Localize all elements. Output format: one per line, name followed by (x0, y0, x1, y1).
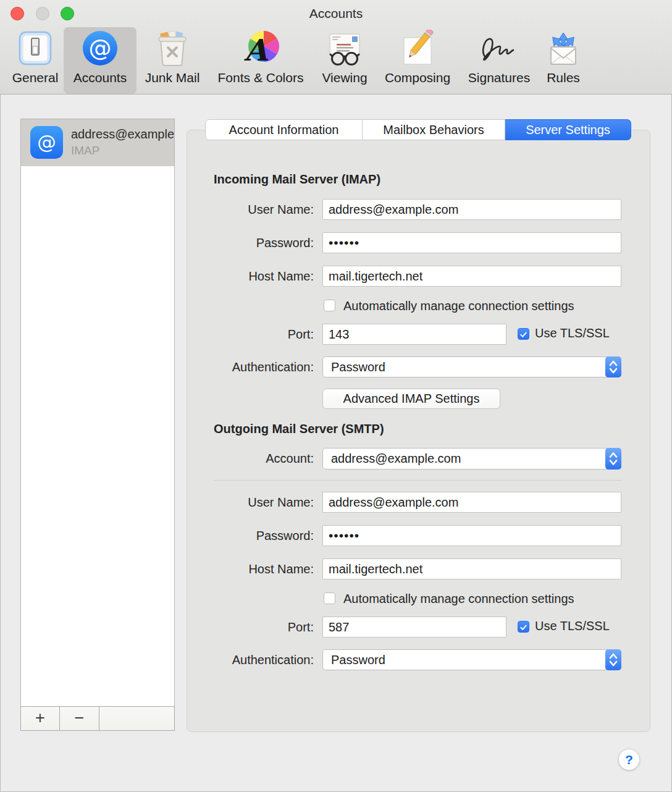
outgoing-port-label: Port: (187, 617, 314, 638)
incoming-port-label: Port: (187, 324, 314, 345)
incoming-tls-checkbox[interactable] (518, 328, 529, 340)
window-title: Accounts (0, 6, 672, 21)
svg-text:@: @ (37, 132, 56, 153)
rules-icon (544, 30, 583, 69)
fonts-colors-icon: A (241, 30, 280, 69)
outgoing-tls-checkbox[interactable] (518, 621, 529, 633)
outgoing-authentication-select[interactable]: Password (322, 649, 621, 670)
toolbar-label: Composing (378, 70, 457, 86)
tab-mailbox-behaviors[interactable]: Mailbox Behaviors (363, 119, 505, 140)
selected-option: address@example.com (331, 449, 461, 469)
outgoing-auto-manage-label: Automatically manage connection settings (343, 592, 574, 606)
incoming-authentication-select[interactable]: Password (322, 356, 621, 377)
outgoing-port-input[interactable] (322, 617, 506, 638)
incoming-authentication-label: Authentication: (187, 356, 314, 377)
general-icon (15, 30, 55, 69)
account-name: address@example.com (71, 127, 174, 141)
incoming-password-input[interactable] (322, 232, 621, 253)
toolbar-label: Junk Mail (140, 70, 205, 86)
accounts-sidebar: @ address@example.com IMAP + − (20, 119, 175, 731)
check-icon (519, 330, 528, 339)
advanced-imap-settings-button[interactable]: Advanced IMAP Settings (322, 389, 500, 409)
toolbar-item-viewing[interactable]: Viewing (316, 27, 373, 94)
toolbar-item-signatures[interactable]: Signatures (461, 27, 537, 94)
incoming-auto-manage-label: Automatically manage connection settings (343, 299, 574, 313)
viewing-icon (325, 30, 364, 69)
sidebar-action-bar: + − (20, 706, 175, 731)
outgoing-tls-label: Use TLS/SSL (535, 619, 610, 633)
outgoing-auto-manage-checkbox[interactable] (324, 592, 335, 604)
toolbar-item-general[interactable]: General (8, 27, 62, 94)
toolbar-label: General (8, 70, 62, 86)
toolbar-label: Viewing (316, 70, 373, 86)
selected-option: Password (331, 357, 385, 377)
at-badge-icon: @ (30, 126, 63, 159)
remove-account-button[interactable]: − (60, 707, 99, 730)
signatures-icon (479, 30, 519, 69)
incoming-user-name-label: User Name: (187, 199, 314, 220)
outgoing-password-input[interactable] (322, 525, 621, 546)
smtp-divider (214, 480, 622, 481)
check-icon (519, 623, 528, 632)
outgoing-user-name-input[interactable] (322, 492, 621, 513)
toolbar-label: Signatures (461, 70, 537, 86)
outgoing-host-name-input[interactable] (322, 558, 621, 579)
toolbar-item-fonts-colors[interactable]: A Fonts & Colors (210, 27, 311, 94)
outgoing-account-select[interactable]: address@example.com (322, 448, 621, 470)
toolbar-label: Accounts (64, 70, 136, 86)
svg-text:A: A (243, 33, 268, 67)
sidebar-action-spacer (99, 707, 174, 730)
toolbar-label: Rules (542, 70, 584, 86)
composing-icon (398, 30, 437, 69)
chevron-up-down-icon (605, 356, 621, 377)
outgoing-account-label: Account: (187, 448, 314, 469)
outgoing-authentication-label: Authentication: (187, 649, 314, 670)
chevron-up-down-icon (605, 448, 621, 470)
incoming-tls-label: Use TLS/SSL (535, 326, 610, 340)
selected-option: Password (331, 650, 385, 670)
incoming-password-label: Password: (187, 232, 314, 253)
account-list-item[interactable]: @ address@example.com IMAP (21, 119, 174, 166)
preferences-window: Accounts General @ Accounts (0, 0, 672, 792)
titlebar-toolbar: Accounts General @ Accounts (0, 0, 672, 95)
incoming-host-name-label: Host Name: (187, 266, 314, 287)
account-type: IMAP (71, 144, 99, 158)
outgoing-password-label: Password: (187, 525, 314, 546)
tab-server-settings[interactable]: Server Settings (505, 119, 631, 140)
svg-text:@: @ (89, 35, 112, 61)
outgoing-user-name-label: User Name: (187, 492, 314, 513)
incoming-port-input[interactable] (322, 324, 506, 345)
chevron-up-down-icon (605, 649, 621, 670)
tab-account-information[interactable]: Account Information (205, 119, 363, 140)
incoming-section-heading: Incoming Mail Server (IMAP) (214, 172, 380, 187)
help-button[interactable]: ? (618, 749, 640, 770)
account-tabs: Account Information Mailbox Behaviors Se… (205, 119, 631, 140)
toolbar-item-rules[interactable]: Rules (542, 27, 584, 94)
toolbar-item-junk-mail[interactable]: Junk Mail (140, 27, 205, 94)
toolbar-label: Fonts & Colors (210, 70, 311, 86)
outgoing-section-heading: Outgoing Mail Server (SMTP) (214, 422, 384, 436)
outgoing-host-name-label: Host Name: (187, 558, 314, 579)
incoming-auto-manage-checkbox[interactable] (324, 300, 335, 311)
toolbar-item-accounts[interactable]: @ Accounts (64, 27, 136, 94)
toolbar-item-composing[interactable]: Composing (378, 27, 457, 94)
accounts-icon: @ (80, 30, 120, 69)
incoming-host-name-input[interactable] (322, 266, 621, 287)
incoming-user-name-input[interactable] (322, 199, 621, 220)
add-account-button[interactable]: + (21, 707, 60, 730)
junk-mail-icon (153, 30, 192, 69)
